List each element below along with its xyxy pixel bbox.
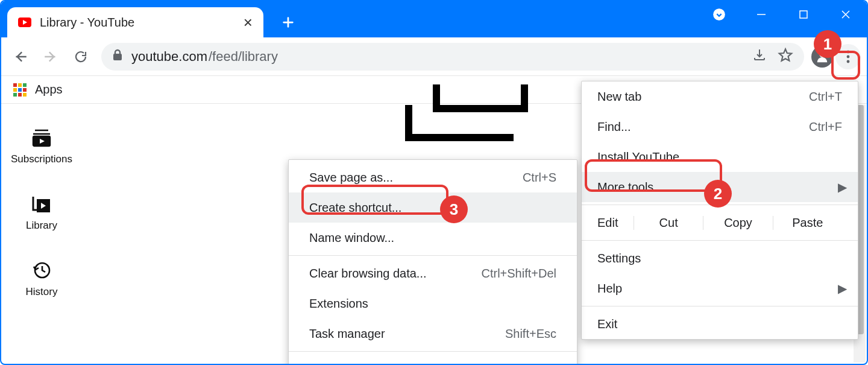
- submenu-create-shortcut[interactable]: Create shortcut...: [289, 192, 577, 223]
- menu-shortcut: Ctrl+S: [523, 171, 556, 185]
- menu-shortcut: Shift+Esc: [505, 327, 556, 341]
- maximize-button[interactable]: [782, 1, 825, 28]
- menu-label: Task manager: [309, 327, 385, 341]
- menu-label: Help: [597, 282, 622, 296]
- apps-label[interactable]: Apps: [35, 83, 63, 97]
- sidebar-label: Library: [26, 220, 57, 232]
- menu-label: Extensions: [309, 297, 368, 311]
- youtube-icon: [18, 17, 31, 27]
- install-app-icon[interactable]: [752, 48, 767, 66]
- tab-title: Library - YouTube: [40, 16, 134, 30]
- annotation-badge-1: 1: [814, 30, 841, 58]
- browser-window: Library - YouTube × you: [0, 0, 868, 365]
- menu-separator: [289, 255, 577, 256]
- menu-install-youtube[interactable]: Install YouTube...: [582, 142, 858, 172]
- submenu-clear-browsing-data[interactable]: Clear browsing data... Ctrl+Shift+Del: [289, 258, 577, 288]
- menu-label: Create shortcut...: [309, 201, 401, 215]
- menu-settings[interactable]: Settings: [582, 243, 858, 273]
- menu-find[interactable]: Find... Ctrl+F: [582, 112, 858, 142]
- back-button[interactable]: [7, 43, 34, 70]
- more-tools-submenu: Save page as... Ctrl+S Create shortcut..…: [288, 159, 577, 365]
- menu-label: More tools: [597, 180, 653, 194]
- menu-shortcut: Ctrl+T: [809, 90, 842, 104]
- youtube-sidebar: Subscriptions Library History: [2, 105, 81, 363]
- annotation-badge-2: 2: [704, 180, 732, 208]
- menu-paste[interactable]: Paste: [773, 216, 842, 230]
- menu-cut[interactable]: Cut: [634, 216, 703, 230]
- svg-point-6: [847, 60, 850, 63]
- library-page-icon: [405, 105, 514, 141]
- svg-rect-1: [800, 11, 807, 18]
- badge-number: 1: [823, 35, 832, 54]
- url-host: youtube.com: [131, 49, 207, 65]
- menu-label: Install YouTube...: [597, 150, 690, 164]
- toolbar: youtube.com/feed/library: [1, 37, 867, 76]
- lock-icon: [112, 49, 123, 65]
- submenu-arrow-icon: ▶: [838, 281, 847, 296]
- sidebar-item-library[interactable]: Library: [26, 194, 57, 232]
- close-window-button[interactable]: [825, 1, 867, 28]
- annotation-badge-3: 3: [440, 195, 468, 223]
- minimize-button[interactable]: [740, 1, 782, 28]
- sidebar-label: History: [26, 286, 58, 298]
- submenu-extensions[interactable]: Extensions: [289, 288, 577, 319]
- submenu-name-window[interactable]: Name window...: [289, 223, 577, 253]
- submenu-task-manager[interactable]: Task manager Shift+Esc: [289, 319, 577, 349]
- menu-label: Name window...: [309, 231, 394, 245]
- menu-copy[interactable]: Copy: [703, 216, 772, 230]
- menu-help[interactable]: Help ▶: [582, 273, 858, 303]
- menu-edit-row: Edit Cut Copy Paste: [582, 208, 858, 238]
- menu-label: Exit: [597, 317, 617, 331]
- badge-number: 3: [450, 200, 458, 219]
- menu-label: Find...: [597, 120, 631, 134]
- address-bar[interactable]: youtube.com/feed/library: [101, 43, 804, 71]
- menu-exit[interactable]: Exit: [582, 309, 858, 339]
- extension-indicator-icon[interactable]: [698, 1, 740, 28]
- apps-icon[interactable]: [13, 83, 27, 97]
- svg-point-5: [847, 55, 850, 58]
- menu-label: Settings: [597, 252, 641, 265]
- bookmark-star-icon[interactable]: [778, 47, 793, 66]
- browser-tab[interactable]: Library - YouTube ×: [7, 7, 263, 37]
- menu-label: Developer tools: [309, 363, 393, 366]
- url-path: /feed/library: [209, 49, 278, 65]
- reload-button[interactable]: [68, 43, 94, 70]
- badge-number: 2: [714, 185, 722, 203]
- close-tab-icon[interactable]: ×: [244, 13, 253, 32]
- svg-point-0: [714, 9, 725, 20]
- sidebar-item-history[interactable]: History: [26, 261, 58, 298]
- window-controls: [698, 1, 867, 28]
- submenu-save-page-as[interactable]: Save page as... Ctrl+S: [289, 162, 577, 192]
- titlebar: Library - YouTube ×: [1, 1, 867, 37]
- menu-shortcut: Ctrl+F: [809, 120, 842, 134]
- menu-edit-label: Edit: [597, 216, 634, 230]
- menu-new-tab[interactable]: New tab Ctrl+T: [582, 81, 858, 112]
- menu-label: Save page as...: [309, 171, 393, 185]
- forward-button[interactable]: [37, 43, 64, 70]
- sidebar-item-subscriptions[interactable]: Subscriptions: [11, 129, 72, 165]
- chrome-main-menu: New tab Ctrl+T Find... Ctrl+F Install Yo…: [581, 81, 858, 340]
- menu-label: Clear browsing data...: [309, 267, 427, 281]
- svg-rect-2: [113, 54, 122, 60]
- menu-separator: [582, 306, 858, 306]
- menu-shortcut: Ctrl+Shift+I: [496, 363, 556, 366]
- menu-separator: [289, 351, 577, 352]
- new-tab-button[interactable]: [278, 12, 298, 33]
- svg-point-4: [847, 50, 850, 53]
- menu-shortcut: Ctrl+Shift+Del: [482, 267, 557, 281]
- submenu-arrow-icon: ▶: [838, 180, 847, 194]
- menu-separator: [582, 240, 858, 241]
- menu-label: New tab: [597, 90, 641, 104]
- submenu-developer-tools[interactable]: Developer tools Ctrl+Shift+I: [289, 354, 577, 365]
- sidebar-label: Subscriptions: [11, 153, 72, 165]
